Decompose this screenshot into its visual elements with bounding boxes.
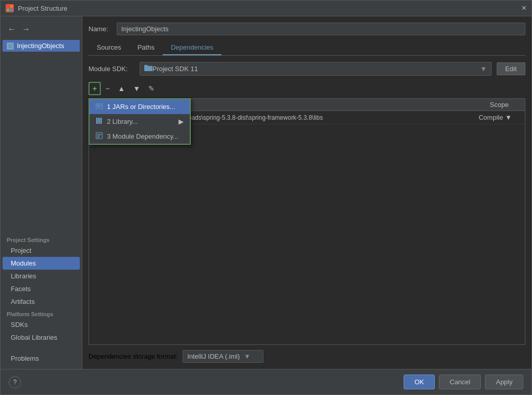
module-item-injecting-objects[interactable]: InjectingObjects [3,40,80,52]
move-up-button[interactable]: ▲ [114,82,128,95]
table-header-scope: Scope [474,99,525,111]
sdk-value: Project SDK 11 [152,65,198,73]
svg-rect-5 [9,45,12,46]
edit-dependency-button[interactable]: ✎ [145,82,158,95]
ok-button[interactable]: OK [404,375,435,389]
sidebar-item-problems[interactable]: Problems [1,352,82,365]
sidebar-item-global-libraries[interactable]: Global Libraries [1,331,82,344]
dep-scope-value: Compile [479,114,503,121]
edit-button[interactable]: Edit [497,62,525,75]
sidebar-nav: ← → [1,20,82,38]
dropdown-item-jars[interactable]: 1 JARs or Directories... [90,99,190,114]
svg-rect-1 [10,5,13,8]
svg-rect-8 [144,65,148,67]
dropdown-item-module-dep-label: 3 Module Dependency... [107,133,179,140]
svg-rect-14 [100,118,102,124]
help-button[interactable]: ? [9,376,21,388]
svg-rect-10 [97,105,101,106]
forward-button[interactable]: → [20,24,32,35]
svg-rect-0 [7,5,10,8]
svg-rect-11 [97,106,100,107]
dialog-title: Project Structure [18,5,68,12]
sidebar-item-artifacts[interactable]: Artifacts [1,295,82,308]
svg-rect-18 [97,137,99,138]
svg-rect-17 [97,136,100,137]
remove-dependency-button[interactable]: − [102,82,113,95]
tab-dependencies[interactable]: Dependencies [163,40,221,55]
svg-rect-3 [10,9,13,11]
project-structure-dialog: Project Structure × ← → I [0,0,532,395]
svg-rect-2 [7,9,9,11]
library-icon [96,117,103,126]
main-content: ← → InjectingObjects Project Settings [1,16,531,369]
dropdown-item-module-dep[interactable]: 3 Module Dependency... [90,129,190,144]
name-label: Name: [88,25,112,33]
sidebar-item-project[interactable]: Project [1,244,82,257]
sidebar-item-sdks[interactable]: SDKs [1,318,82,331]
sidebar-item-modules[interactable]: Modules [3,257,80,270]
sdk-select[interactable]: Project SDK 11 ▼ [140,62,492,76]
sidebar-item-facets[interactable]: Facets [1,282,82,295]
deps-toolbar: + − ▲ ▼ ✎ 1 JARs o [88,82,525,95]
add-dropdown-menu: 1 JARs or Directories... 2 Library... ▶ [88,98,191,145]
svg-rect-6 [9,47,11,48]
svg-rect-4 [8,43,13,49]
apply-button[interactable]: Apply [485,375,523,389]
tabs: Sources Paths Dependencies [88,40,525,56]
back-button[interactable]: ← [6,24,18,35]
add-dependency-button[interactable]: + [88,82,101,95]
storage-select[interactable]: IntelliJ IDEA (.iml) ▼ [183,350,263,363]
sdk-label: Module SDK: [88,65,135,73]
footer-right: OK Cancel Apply [404,375,523,389]
tab-paths[interactable]: Paths [129,40,163,55]
svg-rect-13 [98,118,100,124]
tab-sources[interactable]: Sources [88,40,129,55]
name-row: Name: [88,23,525,35]
storage-value: IntelliJ IDEA (.iml) [187,353,240,360]
storage-label: Dependencies storage format: [88,353,178,360]
sidebar-item-libraries[interactable]: Libraries [1,270,82,282]
project-settings-label: Project Settings [1,234,82,244]
library-arrow-icon: ▶ [179,118,184,125]
right-panel: Name: Sources Paths Dependencies Module … [82,16,531,369]
sdk-row: Module SDK: Project SDK 11 ▼ Edit [88,62,525,76]
storage-format-row: Dependencies storage format: IntelliJ ID… [88,350,525,363]
module-list: InjectingObjects [1,38,82,234]
close-button[interactable]: × [522,4,526,13]
module-icon [7,42,14,50]
move-down-button[interactable]: ▼ [129,82,144,95]
dropdown-item-library-label: 2 Library... [107,118,138,125]
footer-left: ? [9,376,21,388]
module-dep-icon [96,132,103,141]
module-item-label: InjectingObjects [17,42,64,50]
dropdown-item-library[interactable]: 2 Library... ▶ [90,114,190,129]
dep-scope-arrow: ▼ [505,114,512,121]
title-bar: Project Structure × [1,1,531,16]
jars-icon [96,102,103,111]
cancel-button[interactable]: Cancel [439,375,481,389]
name-input[interactable] [117,23,525,35]
sdk-dropdown-arrow: ▼ [480,65,487,73]
svg-rect-16 [97,134,101,135]
dep-scope[interactable]: Compile ▼ [470,114,521,121]
title-bar-left: Project Structure [6,4,68,12]
app-icon [6,4,14,12]
sidebar: ← → InjectingObjects Project Settings [1,16,82,369]
folder-icon [144,64,152,73]
svg-rect-12 [96,118,98,124]
platform-settings-label: Platform Settings [1,308,82,318]
footer: ? OK Cancel Apply [1,369,531,394]
dropdown-item-jars-label: 1 JARs or Directories... [107,103,175,111]
storage-dropdown-arrow: ▼ [244,353,251,360]
